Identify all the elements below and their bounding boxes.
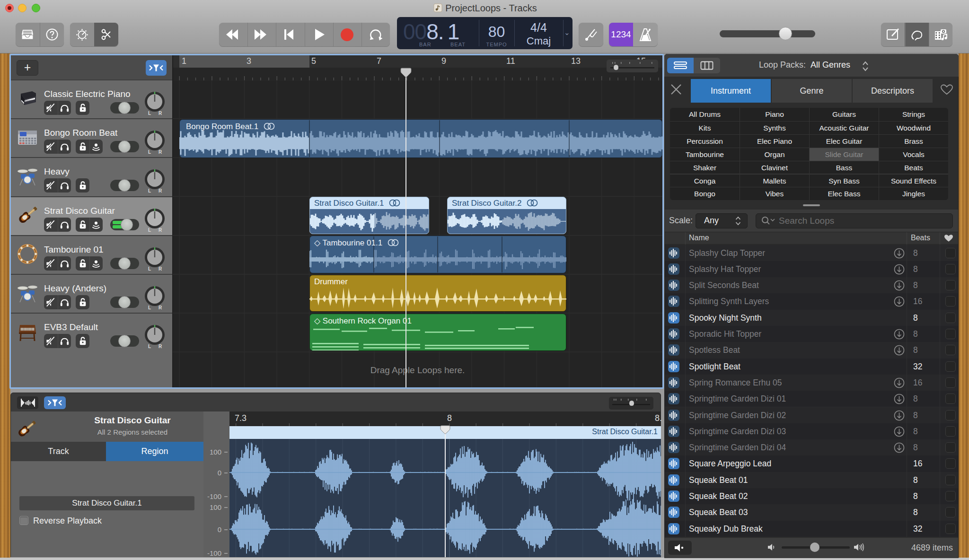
svg-text:R: R <box>159 305 162 310</box>
svg-text:R: R <box>159 344 162 349</box>
svg-text:L: L <box>148 344 151 349</box>
svg-text:R: R <box>159 266 162 271</box>
svg-text:L: L <box>148 111 151 115</box>
svg-text:L: L <box>148 305 151 310</box>
svg-text:L: L <box>148 188 151 193</box>
svg-text:R: R <box>159 149 162 154</box>
svg-text:R: R <box>159 188 162 193</box>
svg-text:R: R <box>159 111 162 115</box>
svg-text:L: L <box>148 228 151 232</box>
svg-text:R: R <box>159 228 162 232</box>
svg-text:L: L <box>148 149 151 154</box>
svg-text:L: L <box>148 266 151 271</box>
